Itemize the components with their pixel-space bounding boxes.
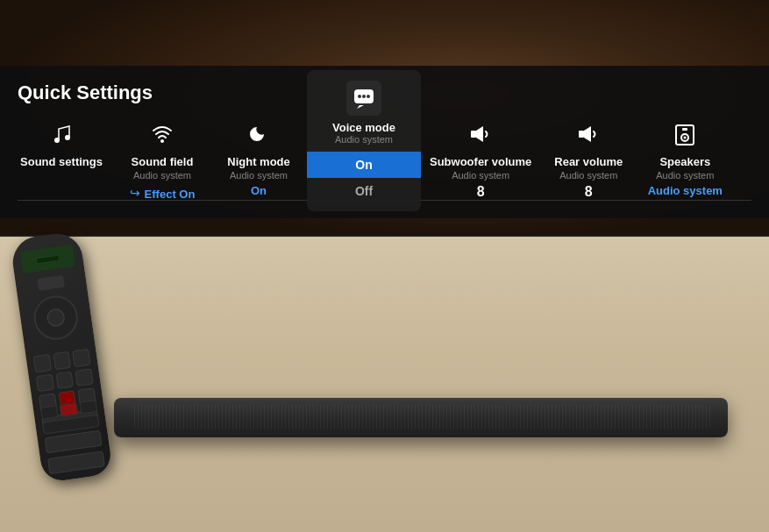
subwoofer-label: Subwoofer volume (430, 155, 531, 168)
speaker-rear-icon (573, 118, 604, 150)
voice-mode-popup: Voice mode Audio system On Off (307, 70, 421, 211)
remote-logo-btn-1[interactable] (40, 405, 59, 420)
setting-item-rear-volume[interactable]: Rear volume Audio system 8 (540, 118, 637, 200)
setting-item-night-mode[interactable]: Night mode Audio system On (210, 118, 307, 197)
svg-point-1 (65, 135, 70, 140)
voice-mode-off-option[interactable]: Off (307, 178, 421, 204)
wifi-icon (146, 118, 178, 150)
settings-items-row: Sound settings Sound field Audio system … (18, 118, 751, 201)
svg-rect-13 (36, 255, 60, 264)
speakers-label: Speakers (659, 155, 710, 168)
remote-dpad-inner (46, 308, 66, 328)
night-mode-label: Night mode (227, 155, 290, 168)
subwoofer-value: 8 (477, 184, 485, 200)
remote-logo-btn-3[interactable] (79, 400, 97, 415)
voice-mode-popup-title: Voice mode (332, 121, 395, 134)
speaker-box-icon (669, 118, 701, 150)
remote-btn-2[interactable] (53, 351, 71, 370)
night-mode-sub: Audio system (230, 170, 288, 181)
remote-dpad[interactable] (32, 293, 81, 342)
svg-rect-7 (471, 131, 476, 138)
setting-item-subwoofer[interactable]: Subwoofer volume Audio system 8 (421, 118, 540, 200)
subwoofer-sub: Audio system (452, 170, 509, 181)
rear-volume-label: Rear volume (554, 155, 623, 168)
svg-rect-8 (579, 131, 584, 138)
soundbar-grille (132, 405, 710, 429)
music-note-icon (46, 118, 77, 150)
remote-btn-wide-2[interactable] (45, 430, 103, 454)
remote-screen (20, 245, 75, 273)
svg-point-4 (358, 95, 361, 98)
svg-point-0 (54, 138, 60, 143)
quick-settings-panel: Quick Settings Sound settings (0, 66, 769, 218)
speakers-sub: Audio system (656, 170, 714, 181)
voice-mode-on-option[interactable]: On (307, 152, 421, 178)
remote-btn-wide-3[interactable] (47, 450, 105, 474)
sound-field-label: Sound field (132, 155, 194, 168)
remote-logo-btn-netflix[interactable] (60, 402, 78, 417)
sound-field-sub: Audio system (133, 170, 191, 181)
setting-item-sound-field[interactable]: Sound field Audio system ↪ Effect On (114, 118, 210, 201)
sound-field-arrow-icon: ↪ (130, 186, 140, 200)
sound-settings-label: Sound settings (20, 155, 103, 168)
sound-field-value: Effect On (145, 188, 196, 201)
remote-btn-5[interactable] (55, 371, 74, 389)
rear-volume-value: 8 (585, 184, 593, 200)
setting-item-speakers[interactable]: Speakers Audio system Audio system (637, 118, 733, 197)
remote-btn-6[interactable] (75, 368, 94, 387)
svg-rect-12 (682, 128, 687, 131)
svg-point-6 (367, 95, 370, 98)
soundbar (114, 398, 728, 437)
moon-icon (243, 118, 274, 150)
chat-bubble-icon (346, 81, 381, 116)
speaker-low-icon (465, 118, 496, 150)
rear-volume-sub: Audio system (559, 170, 617, 181)
remote-btn-3[interactable] (73, 349, 91, 367)
voice-mode-popup-sub: Audio system (335, 134, 393, 145)
svg-point-2 (160, 139, 164, 143)
svg-point-5 (362, 95, 366, 98)
table-surface (0, 237, 769, 532)
night-mode-value: On (251, 184, 267, 197)
remote-btn-1[interactable] (33, 354, 52, 372)
speakers-value: Audio system (648, 184, 723, 197)
svg-point-11 (684, 137, 687, 139)
setting-item-sound-settings[interactable]: Sound settings (18, 118, 114, 168)
setting-item-voice-mode[interactable]: Voice mode Audio system On Off (307, 118, 421, 188)
remote-btn-4[interactable] (36, 373, 54, 392)
